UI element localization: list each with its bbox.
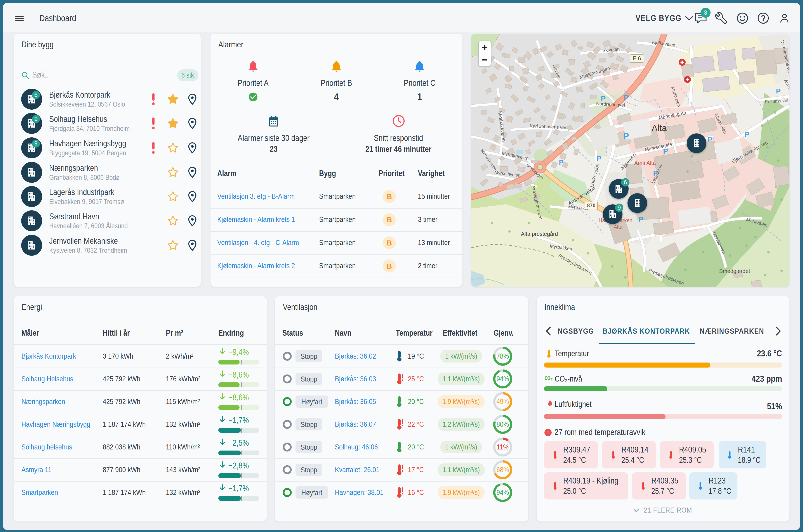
svg-text:P: P <box>708 135 713 144</box>
svg-text:870: 870 <box>587 203 595 208</box>
svg-text:Alta prestegård: Alta prestegård <box>521 231 558 237</box>
svg-text:P: P <box>653 169 658 177</box>
svg-text:P: P <box>559 158 563 166</box>
svg-text:Alta: Alta <box>614 224 622 230</box>
svg-text:P: P <box>597 155 601 163</box>
svg-text:E 6: E 6 <box>633 55 641 61</box>
svg-text:P: P <box>624 93 629 102</box>
svg-text:Smedgjerdet: Smedgjerdet <box>719 268 750 274</box>
svg-text:Alta: Alta <box>652 123 667 133</box>
svg-text:P: P <box>623 132 629 141</box>
svg-text:P: P <box>663 147 668 155</box>
svg-text:P: P <box>745 130 749 138</box>
svg-text:P: P <box>601 94 606 103</box>
svg-text:P: P <box>639 215 644 223</box>
svg-text:Amfi Alta: Amfi Alta <box>634 160 656 166</box>
svg-text:P: P <box>776 87 781 95</box>
